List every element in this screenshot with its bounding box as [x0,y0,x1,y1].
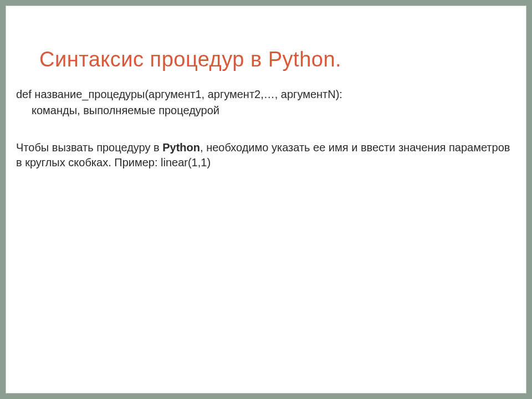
paragraph: Чтобы вызвать процедуру в Python, необхо… [16,140,516,170]
slide-content: def название_процедуры(аргумент1, аргуме… [6,71,526,170]
code-body-line: команды, выполняемые процедурой [16,103,516,118]
para-text-before: Чтобы вызвать процедуру в [16,141,162,154]
para-bold-python: Python [162,141,200,154]
slide: Синтаксис процедур в Python. def названи… [6,6,526,393]
slide-title: Синтаксис процедур в Python. [6,6,526,71]
code-def-line: def название_процедуры(аргумент1, аргуме… [16,87,516,102]
